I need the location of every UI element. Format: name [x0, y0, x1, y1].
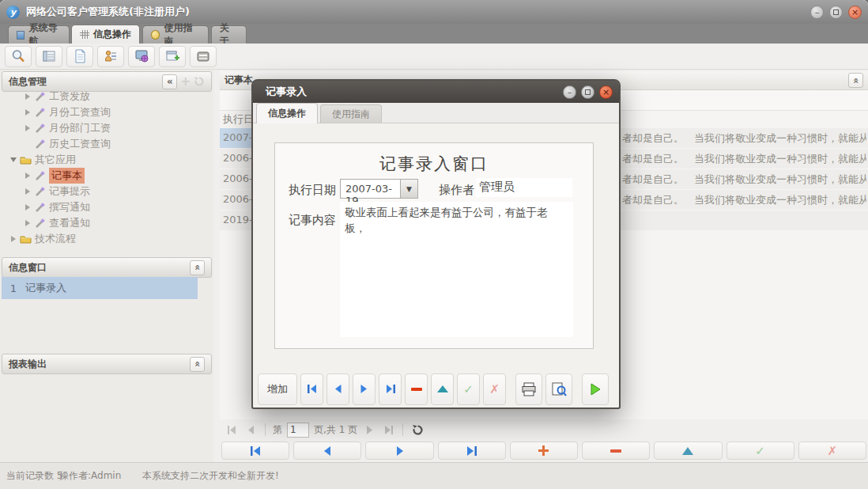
- edit-record-button[interactable]: [431, 373, 454, 405]
- cell-content: 者却是自己。 当我们将敬业变成一种习惯时，就能从中: [622, 152, 866, 166]
- prev-record-button[interactable]: [326, 373, 349, 405]
- confirm-button[interactable]: ✓: [457, 373, 480, 405]
- list-item-note-entry[interactable]: 1 记事录入: [2, 277, 198, 299]
- record-count-label: 当前记录数 5: [6, 469, 62, 483]
- add-record-button[interactable]: [510, 442, 578, 460]
- tool-icon: [35, 139, 45, 150]
- cancel-button[interactable]: ✗: [483, 373, 506, 405]
- expand-icon[interactable]: [25, 172, 30, 179]
- tool-icon: [35, 92, 45, 102]
- delete-record-button[interactable]: [582, 442, 650, 460]
- prev-page-icon: [247, 426, 255, 434]
- collapse-sidebar-button[interactable]: «: [162, 74, 177, 89]
- cell-content: 者却是自己。 当我们将敬业变成一种习惯时，就能从中: [622, 131, 866, 146]
- expand-icon[interactable]: [25, 93, 30, 100]
- tree-label-selected: 记事本: [49, 168, 85, 184]
- dialog-maximize-button[interactable]: [581, 85, 594, 99]
- maximize-button[interactable]: [829, 6, 843, 19]
- user-report-button[interactable]: [97, 46, 124, 67]
- add-button[interactable]: 增加: [258, 373, 297, 405]
- expand-icon[interactable]: [25, 204, 30, 210]
- dialog-titlebar[interactable]: 记事录入 – ×: [253, 81, 619, 103]
- user-report-icon: [104, 49, 118, 63]
- expand-icon[interactable]: [25, 125, 30, 131]
- exec-date-combobox[interactable]: 2007-03-19 ▼: [340, 179, 418, 199]
- first-record-button[interactable]: [221, 442, 289, 460]
- dialog-tab-info-operation[interactable]: 信息操作: [256, 103, 318, 123]
- tree-item-monthly-dept-salary[interactable]: 月份部门工资: [2, 120, 212, 136]
- print-button[interactable]: [515, 373, 542, 405]
- page-prefix-label: 第: [273, 423, 282, 437]
- note-content-textarea[interactable]: 敬业表面上看起来是有益于公司，有益于老板，: [340, 202, 573, 337]
- tree-item-salary-payment[interactable]: 工资发放: [2, 89, 212, 104]
- collapse-panel-button[interactable]: «: [190, 260, 205, 275]
- tab-user-guide[interactable]: 使用指南: [142, 25, 209, 44]
- tree-item-monthly-salary-query[interactable]: 月份工资查询: [2, 104, 212, 120]
- page-number-input[interactable]: [287, 423, 309, 438]
- expand-icon[interactable]: [11, 236, 16, 242]
- dropdown-button[interactable]: ▼: [400, 180, 417, 198]
- dialog-title: 记事录入: [266, 85, 307, 99]
- edit-record-button[interactable]: [654, 442, 722, 460]
- tab-about[interactable]: 关于: [211, 25, 247, 44]
- tree-item-view-notice[interactable]: 查看通知: [2, 215, 212, 231]
- edit-triangle-icon: [682, 447, 693, 455]
- dialog-tab-user-guide[interactable]: 使用指南: [320, 104, 382, 123]
- execute-button[interactable]: [582, 373, 609, 405]
- search-button[interactable]: [5, 46, 32, 67]
- expand-icon[interactable]: [25, 188, 30, 195]
- tree-item-other-apps[interactable]: 其它应用: [2, 152, 212, 168]
- grid-icon: [80, 30, 89, 39]
- collapse-panel-button[interactable]: «: [190, 357, 205, 372]
- next-page-button[interactable]: [362, 423, 376, 437]
- tree-label: 查看通知: [49, 216, 90, 230]
- dialog-close-button[interactable]: ×: [599, 85, 613, 99]
- tree-label: 技术流程: [35, 232, 76, 246]
- collapse-icon[interactable]: [10, 157, 17, 162]
- operator-field[interactable]: 管理员: [476, 178, 572, 197]
- print-preview-button[interactable]: [545, 373, 572, 405]
- tree-item-write-notice[interactable]: 撰写通知: [2, 199, 212, 215]
- first-record-button[interactable]: [300, 373, 323, 405]
- tree-item-note-reminder[interactable]: 记事提示: [2, 184, 212, 199]
- prev-page-button[interactable]: [243, 423, 258, 437]
- first-page-button[interactable]: [225, 423, 239, 437]
- next-record-button[interactable]: [353, 373, 376, 405]
- tree-item-history-salary-query[interactable]: 历史工资查询: [2, 136, 212, 152]
- tab-info-operation[interactable]: 信息操作: [71, 25, 140, 44]
- last-record-button[interactable]: [438, 442, 506, 460]
- tab-system-nav[interactable]: 系统导航: [8, 25, 70, 44]
- monitor-button[interactable]: [128, 46, 155, 67]
- tree-label: 月份工资查询: [49, 105, 111, 119]
- archive-button[interactable]: [190, 46, 217, 67]
- document-button[interactable]: [66, 46, 93, 67]
- search-icon: [11, 49, 25, 63]
- dialog-minimize-button[interactable]: –: [563, 85, 576, 99]
- close-button[interactable]: ×: [848, 6, 862, 19]
- status-message: 本系统支持二次开发和全新开发!: [142, 469, 279, 483]
- table-view-button[interactable]: [36, 46, 62, 67]
- collapse-notebook-button[interactable]: «: [848, 73, 863, 88]
- last-record-button[interactable]: [379, 373, 402, 405]
- delete-record-button[interactable]: [405, 373, 428, 405]
- tree-item-notebook[interactable]: 记事本: [2, 168, 212, 184]
- expand-icon[interactable]: [25, 109, 30, 116]
- last-record-icon: [466, 446, 477, 456]
- window-add-button[interactable]: [159, 46, 186, 67]
- add-button-label: 增加: [267, 382, 288, 396]
- edit-triangle-icon: [437, 385, 448, 392]
- tree-item-tech-process[interactable]: 技术流程: [2, 231, 212, 247]
- first-record-icon: [250, 446, 262, 456]
- prev-record-button[interactable]: [293, 442, 361, 460]
- window-add-icon: [165, 49, 179, 63]
- refresh-button[interactable]: [410, 423, 425, 437]
- expand-icon[interactable]: [25, 220, 30, 226]
- exec-date-label: 执行日期: [289, 183, 336, 198]
- page-total-label: 页,共 1 页: [314, 423, 357, 437]
- last-page-button[interactable]: [381, 423, 395, 437]
- next-record-button[interactable]: [365, 442, 433, 460]
- tree-label: 其它应用: [35, 153, 76, 167]
- minimize-button[interactable]: –: [810, 6, 824, 19]
- cancel-button[interactable]: ✗: [798, 442, 866, 460]
- confirm-button[interactable]: ✓: [726, 442, 794, 460]
